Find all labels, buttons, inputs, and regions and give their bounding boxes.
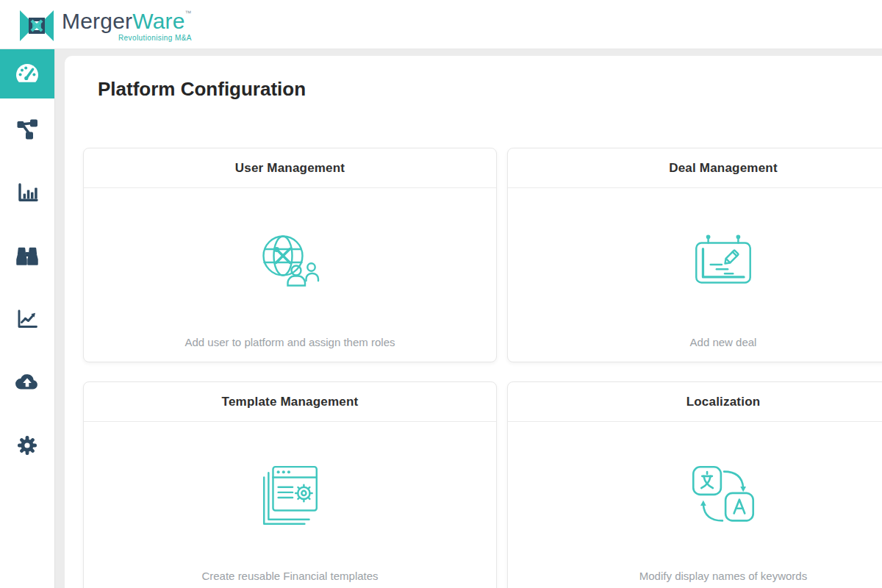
sidebar-item-reports[interactable]: [0, 168, 54, 218]
card-user-management[interactable]: User Management: [83, 148, 497, 362]
card-body: Create reusable Financial templates: [84, 422, 496, 588]
card-title: Template Management: [222, 395, 359, 409]
gear-icon: [16, 434, 38, 456]
card-title: Deal Management: [669, 161, 778, 176]
card-body: Modify display names of keywords: [508, 422, 882, 588]
sidebar-item-workflow[interactable]: [0, 104, 54, 154]
card-body: Add new deal: [508, 188, 882, 362]
gauge-icon: [14, 62, 40, 85]
sidebar-item-upload[interactable]: [0, 357, 54, 407]
top-header: MergerWare™ Revolutionising M&A: [0, 0, 882, 49]
card-header: User Management: [84, 148, 496, 188]
left-sidebar: [0, 49, 55, 588]
page-title: Platform Configuration: [83, 76, 882, 101]
card-header: Template Management: [84, 382, 496, 422]
card-body: Add user to platform and assign them rol…: [84, 188, 496, 362]
bar-chart-icon: [16, 182, 38, 204]
deal-board-icon: [686, 233, 761, 292]
sidebar-item-analytics[interactable]: [0, 294, 54, 344]
sidebar-item-discover[interactable]: [0, 231, 54, 281]
card-header: Localization: [508, 382, 882, 422]
card-description: Modify display names of keywords: [639, 570, 807, 582]
translate-icon: [689, 464, 758, 528]
card-description: Add new deal: [690, 336, 757, 348]
brand-tagline: Revolutionising M&A: [62, 34, 192, 42]
cloud-upload-icon: [15, 373, 40, 392]
card-header: Deal Management: [508, 148, 882, 188]
card-description: Create reusable Financial templates: [201, 570, 378, 582]
card-template-management[interactable]: Template Management: [83, 381, 497, 588]
brand-logo[interactable]: MergerWare™ Revolutionising M&A: [18, 5, 192, 43]
trend-chart-icon: [16, 308, 38, 330]
config-card-grid: User Management: [83, 148, 882, 588]
binoculars-icon: [15, 245, 39, 267]
mergerware-logo-icon: [18, 8, 56, 43]
sidebar-item-dashboard[interactable]: [0, 49, 54, 98]
card-description: Add user to platform and assign them rol…: [185, 336, 395, 348]
main-content-panel: Platform Configuration User Management: [65, 56, 882, 588]
workflow-icon: [16, 118, 38, 140]
globe-users-icon: [254, 229, 327, 296]
brand-name: MergerWare™: [62, 10, 192, 33]
card-deal-management[interactable]: Deal Management: [507, 148, 882, 362]
sidebar-item-settings[interactable]: [0, 420, 54, 470]
card-localization[interactable]: Localization: [507, 381, 882, 588]
card-title: Localization: [686, 395, 761, 409]
card-title: User Management: [235, 161, 345, 176]
template-windows-icon: [257, 462, 324, 530]
